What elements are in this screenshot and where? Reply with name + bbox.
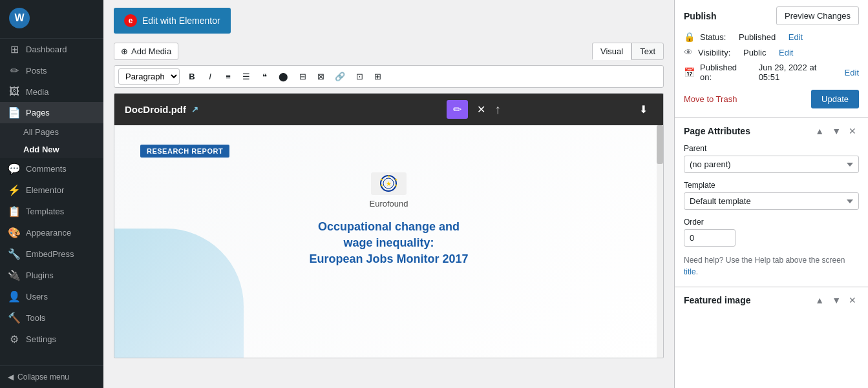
sidebar-logo: W <box>0 0 103 39</box>
svg-text:★: ★ <box>386 180 392 187</box>
sidebar-item-label: Elementor <box>26 185 64 195</box>
posts-icon: ✏ <box>8 65 21 77</box>
bold-button[interactable]: B <box>184 69 200 84</box>
featured-up-button[interactable]: ▲ <box>812 294 827 307</box>
align-left-button[interactable]: ⬤ <box>274 69 293 84</box>
editor-content: DocDroid.pdf ↗ ✏ ✕ ↑ ⬇ RES <box>114 93 664 358</box>
sidebar-item-tools[interactable]: 🔨 Tools <box>0 307 103 329</box>
add-media-icon: ⊕ <box>121 46 128 56</box>
sidebar-item-settings[interactable]: ⚙ Settings <box>0 329 103 350</box>
pdf-scrollbar[interactable] <box>657 125 663 358</box>
visibility-value: Public <box>743 48 766 57</box>
sidebar-item-plugins[interactable]: 🔌 Plugins <box>0 265 103 286</box>
sidebar-item-label: Templates <box>26 207 64 216</box>
sidebar-item-templates[interactable]: 📋 Templates <box>0 201 103 222</box>
text-tab[interactable]: Text <box>631 43 664 60</box>
research-badge: RESEARCH REPORT <box>140 145 229 158</box>
content-area: e Edit with Elementor ⊕ Add Media Visual… <box>103 0 868 388</box>
pdf-document-title: Occupational change and wage inequality:… <box>309 219 468 268</box>
link-button[interactable]: 🔗 <box>330 69 350 84</box>
media-icon: 🖼 <box>8 86 21 97</box>
pdf-content: RESEARCH REPORT ★ ★ <box>114 125 663 358</box>
page-attributes-header: Page Attributes ▲ ▼ ✕ <box>684 125 859 138</box>
move-to-trash-link[interactable]: Move to Trash <box>684 94 737 104</box>
pdf-title: DocDroid.pdf ↗ <box>125 104 198 115</box>
eurofound-logo: ★ ★ ★ ★ ★ ★ Eurofound <box>370 170 408 209</box>
sidebar-item-posts[interactable]: ✏ Posts <box>0 60 103 81</box>
pdf-block-controls: ✏ ✕ ↑ ⬇ <box>447 100 653 119</box>
sidebar-item-comments[interactable]: 💬 Comments <box>0 158 103 179</box>
sidebar-item-media[interactable]: 🖼 Media <box>0 81 103 102</box>
sidebar-subitem-add-new[interactable]: Add New <box>0 141 103 158</box>
page-attributes-section: Page Attributes ▲ ▼ ✕ Parent (no parent)… <box>675 118 868 287</box>
eurofound-icon: ★ ★ ★ ★ ★ ★ <box>370 170 408 196</box>
more-button[interactable]: ⊡ <box>351 69 368 84</box>
pdf-download-button[interactable]: ⬇ <box>634 101 653 118</box>
published-edit-link[interactable]: Edit <box>845 68 859 77</box>
visibility-label: Visibility: <box>698 48 730 57</box>
add-media-label: Add Media <box>131 46 171 56</box>
template-field-group: Template Default template <box>684 181 859 210</box>
featured-down-button[interactable]: ▼ <box>829 294 843 307</box>
parent-label: Parent <box>684 144 859 153</box>
pdf-close-button[interactable]: ✕ <box>472 101 491 118</box>
panel-up-button[interactable]: ▲ <box>812 125 827 138</box>
template-select[interactable]: Default template <box>684 192 859 210</box>
edit-elementor-button[interactable]: e Edit with Elementor <box>114 8 231 34</box>
sidebar-item-label: Comments <box>26 164 67 174</box>
external-link-icon: ↗ <box>191 105 198 114</box>
sidebar-item-pages[interactable]: 📄 Pages <box>0 102 103 123</box>
paragraph-select[interactable]: Paragraph Heading 1 Heading 2 <box>118 68 180 85</box>
pdf-inner-content: RESEARCH REPORT ★ ★ <box>114 125 663 358</box>
order-field-group: Order <box>684 218 859 247</box>
italic-button[interactable]: I <box>202 69 218 84</box>
sidebar-item-label: Posts <box>26 66 47 76</box>
visibility-edit-link[interactable]: Edit <box>779 48 793 57</box>
add-media-button[interactable]: ⊕ Add Media <box>114 43 178 60</box>
collapse-label: Collapse menu <box>17 373 69 382</box>
svg-text:★: ★ <box>380 178 383 181</box>
preview-changes-button[interactable]: Preview Changes <box>776 6 859 25</box>
pdf-embed-block: DocDroid.pdf ↗ ✏ ✕ ↑ ⬇ RES <box>114 94 663 358</box>
update-button[interactable]: Update <box>811 90 859 108</box>
publish-title: Publish <box>684 11 717 21</box>
help-title-link[interactable]: title <box>684 267 696 276</box>
pdf-edit-button[interactable]: ✏ <box>447 100 468 119</box>
page-attributes-title: Page Attributes <box>684 126 750 136</box>
sidebar-item-dashboard[interactable]: ⊞ Dashboard <box>0 39 103 60</box>
publish-section: Publish Preview Changes 🔒 Status: Publis… <box>675 0 868 118</box>
sidebar-item-label: Users <box>26 292 48 301</box>
tools-icon: 🔨 <box>8 312 21 324</box>
panel-close-button[interactable]: ✕ <box>846 125 859 138</box>
parent-select[interactable]: (no parent) <box>684 156 859 173</box>
panel-down-button[interactable]: ▼ <box>829 125 843 138</box>
ordered-list-button[interactable]: ☰ <box>238 69 255 84</box>
sidebar-item-embedpress[interactable]: 🔧 EmbedPress <box>0 243 103 265</box>
publish-meta: 🔒 Status: Published Edit 👁 Visibility: P… <box>684 32 859 82</box>
sidebar-item-label: Plugins <box>26 271 54 280</box>
collapse-icon: ◀ <box>8 373 14 382</box>
visual-tab[interactable]: Visual <box>592 43 631 60</box>
elementor-logo-icon: e <box>124 14 137 27</box>
visibility-row: 👁 Visibility: Public Edit <box>684 47 859 57</box>
sidebar-item-elementor[interactable]: ⚡ Elementor <box>0 179 103 201</box>
plugins-icon: 🔌 <box>8 269 21 281</box>
collapse-menu-button[interactable]: ◀ Collapse menu <box>0 365 103 388</box>
order-input[interactable] <box>684 229 736 247</box>
align-center-button[interactable]: ⊟ <box>294 69 311 84</box>
visibility-icon: 👁 <box>684 47 693 57</box>
unordered-list-button[interactable]: ≡ <box>220 69 237 84</box>
users-icon: 👤 <box>8 291 21 303</box>
blockquote-button[interactable]: ❝ <box>256 69 273 84</box>
sidebar-item-label: Appearance <box>26 228 71 238</box>
align-right-button[interactable]: ⊠ <box>312 69 329 84</box>
svg-text:W: W <box>14 12 25 23</box>
status-edit-link[interactable]: Edit <box>789 32 803 42</box>
sidebar-subitem-all-pages[interactable]: All Pages <box>0 123 103 141</box>
sidebar-item-appearance[interactable]: 🎨 Appearance <box>0 222 103 243</box>
sidebar-item-label: EmbedPress <box>26 249 74 259</box>
featured-close-button[interactable]: ✕ <box>846 294 859 307</box>
table-button[interactable]: ⊞ <box>369 69 386 84</box>
sidebar-item-users[interactable]: 👤 Users <box>0 286 103 307</box>
pdf-block-header: DocDroid.pdf ↗ ✏ ✕ ↑ ⬇ <box>114 94 663 125</box>
